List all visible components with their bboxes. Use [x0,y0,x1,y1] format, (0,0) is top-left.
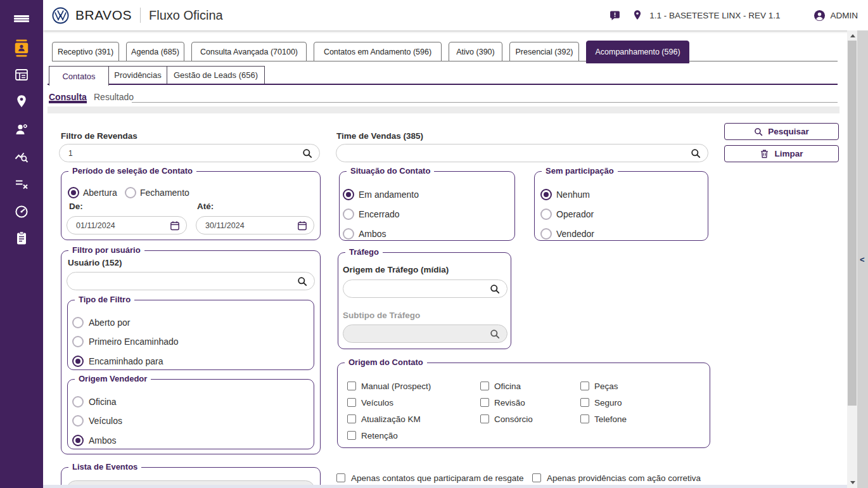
search-icon[interactable] [297,276,307,286]
checkbox-resgate[interactable] [336,473,345,482]
origem-vendedor-legend: Origem Vendedor [75,374,151,384]
sidebar-item-user-settings[interactable] [13,121,30,138]
checkbox-oficina[interactable] [480,382,489,390]
tab-acompanhamento[interactable]: Acompanhamento (596) [586,41,689,63]
header-divider [140,8,141,23]
usuario-input[interactable] [67,272,315,290]
vertical-scrollbar[interactable] [847,30,857,488]
chart-search-icon [14,150,29,165]
calendar-icon[interactable] [170,221,180,231]
tab-gestao-de-leads[interactable]: Gestão de Leads (656) [167,66,265,84]
tab-contatos[interactable]: Contatos [49,66,109,86]
radio-abertura[interactable] [68,187,79,198]
scroll-up-arrow[interactable] [850,34,855,37]
checkbox-manual-prospect[interactable] [347,382,356,390]
date-to-input[interactable]: 30/11/2024 [196,216,314,234]
user-settings-icon [14,122,29,137]
sidebar [0,0,43,488]
sidebar-item-list[interactable] [13,67,30,83]
trafego-legend: Tráfego [345,247,383,257]
origem-contato-legend: Origem do Contato [345,357,427,368]
tipo-filtro-legend: Tipo de Filtro [75,295,134,305]
sidebar-item-analytics[interactable] [13,149,30,165]
scroll-down-arrow[interactable] [850,481,855,484]
tab-providencias[interactable]: Providências [108,66,167,84]
filtro-usuario-fieldset: Filtro por usuário Usuário (152) Tipo de… [61,250,321,454]
trafego-fieldset: Tráfego Origem de Tráfego (mídia) Subtip… [338,252,511,349]
list-x-icon [14,176,29,191]
situacao-fieldset: Situação do Contato Em andamento Encerra… [339,171,515,241]
page-title: Fluxo Oficina [149,8,223,23]
origem-trafego-label: Origem de Tráfego (mídia) [343,265,449,274]
radio-oficina-vendedor[interactable] [72,396,84,408]
user-avatar-icon[interactable] [814,10,826,22]
radio-vendedor[interactable] [540,228,552,240]
tab-ativo[interactable]: Ativo (390) [449,42,502,61]
header: BRAVOS Fluxo Oficina 1.1 - BASETESTE LIN… [43,0,868,30]
radio-veiculos-vendedor[interactable] [72,415,84,427]
checkbox-retencao[interactable] [347,431,356,440]
date-from-input[interactable]: 01/11/2024 [67,216,187,234]
search-icon[interactable] [490,284,500,294]
divider-band [48,106,839,113]
revendas-input[interactable]: 1 [59,144,320,162]
tab-presencial[interactable]: Presencial (392) [509,42,579,61]
radio-primeiro-encaminhado[interactable] [72,336,84,347]
checkbox-veiculos[interactable] [347,398,356,407]
radio-nenhum[interactable] [540,189,552,200]
tipo-filtro-fieldset: Tipo de Filtro Aberto por Primeiro Encam… [67,300,314,370]
radio-fechamento[interactable] [125,187,136,198]
search-icon[interactable] [302,148,312,158]
subtipo-trafego-input [343,324,507,343]
periodo-fieldset: Período de seleção de Contato Abertura F… [61,171,321,240]
limpar-button[interactable]: Limpar [724,145,839,162]
radio-em-andamento[interactable] [343,189,354,200]
location-pin-icon [14,94,29,109]
bottom-strip [43,485,847,488]
checkbox-atualizacao-km[interactable] [347,414,356,423]
sidebar-item-reports[interactable] [13,230,30,247]
sidebar-item-dashboard[interactable] [13,203,30,220]
sidebar-item-tasks[interactable] [13,176,30,192]
time-vendas-input[interactable] [336,144,708,162]
collapse-chevron[interactable]: < [860,255,865,264]
pesquisar-button[interactable]: Pesquisar [724,123,839,140]
tab-agenda[interactable]: Agenda (685) [126,42,184,61]
sem-participacao-legend: Sem participação [542,166,618,176]
checkbox-pecas[interactable] [580,382,589,390]
checkbox-acao-corretiva[interactable] [532,473,541,482]
search-icon[interactable] [691,148,701,158]
ate-label: Até: [197,202,214,211]
tab-receptivo[interactable]: Receptivo (391) [52,42,119,61]
revendas-label: Filtro de Revendas [61,131,137,141]
origem-trafego-input[interactable] [343,279,507,298]
radio-aberto-por[interactable] [72,317,84,328]
menu-toggle-button[interactable] [14,15,29,22]
tab-contatos-em-andamento[interactable]: Contatos em Andamento (596) [314,42,442,61]
sidebar-item-contacts-card[interactable] [13,40,30,56]
radio-encerrado[interactable] [343,209,354,220]
usuario-label: Usuário (152) [68,258,122,267]
sidebar-item-location[interactable] [13,93,30,110]
checkbox-telefone[interactable] [580,414,589,423]
time-vendas-label: Time de Vendas (385) [336,131,423,141]
checkbox-consorcio[interactable] [480,414,489,423]
radio-operador[interactable] [540,209,552,220]
main-tab-bar: Receptivo (391) Agenda (685) Consulta Av… [52,42,696,63]
vw-logo [52,7,69,24]
tab-resultado-view[interactable]: Resultado [94,92,134,102]
radio-ambos-vendedor[interactable] [72,435,84,446]
environment-label: 1.1 - BASETESTE LINX - REV 1.1 [649,11,780,20]
contact-card-icon [13,39,30,57]
radio-ambos-situacao[interactable] [343,228,354,240]
tab-consulta-avancada[interactable]: Consulta Avançada (70100) [191,42,307,61]
location-icon[interactable] [632,10,643,21]
notifications-icon[interactable] [609,10,621,22]
scrollbar-thumb[interactable] [848,41,857,406]
checkbox-revisao[interactable] [480,398,489,407]
view-tabs-line [132,102,838,103]
calendar-icon[interactable] [297,221,307,231]
checkbox-seguro[interactable] [580,398,589,407]
active-view-underline [49,101,87,103]
radio-encaminhado-para[interactable] [72,356,84,367]
